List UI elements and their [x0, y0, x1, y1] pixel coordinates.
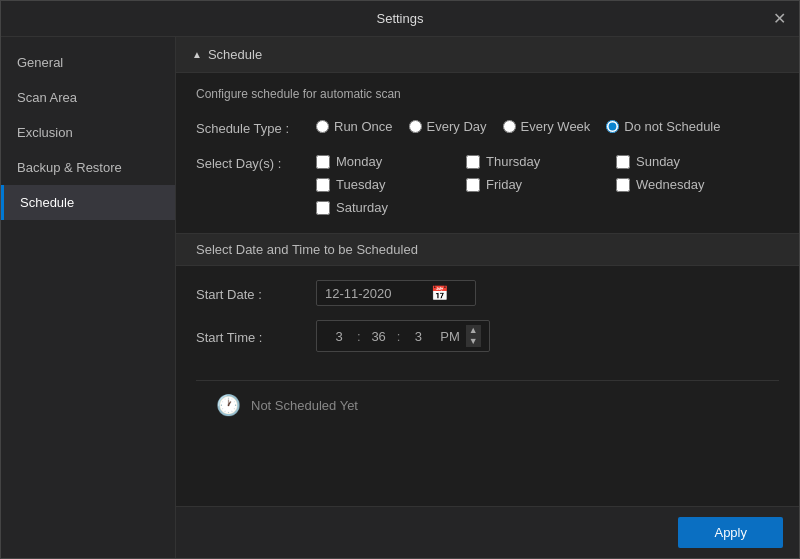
checkbox-thursday[interactable] [466, 155, 480, 169]
dialog-title: Settings [377, 11, 424, 26]
status-text: Not Scheduled Yet [251, 398, 358, 413]
day-sunday[interactable]: Sunday [616, 154, 756, 169]
radio-every-day[interactable]: Every Day [409, 119, 487, 134]
sidebar: GeneralScan AreaExclusionBackup & Restor… [1, 37, 176, 558]
label-wednesday: Wednesday [636, 177, 704, 192]
label-saturday: Saturday [336, 200, 388, 215]
radio-every-day-label: Every Day [427, 119, 487, 134]
start-date-label: Start Date : [196, 285, 306, 302]
schedule-type-options: Run Once Every Day Every Week Do no [316, 119, 720, 134]
label-tuesday: Tuesday [336, 177, 385, 192]
label-friday: Friday [486, 177, 522, 192]
checkbox-tuesday[interactable] [316, 178, 330, 192]
collapse-arrow[interactable]: ▲ [192, 49, 202, 60]
radio-every-week-label: Every Week [521, 119, 591, 134]
datetime-section-header: Select Date and Time to be Scheduled [176, 233, 799, 266]
radio-every-week[interactable]: Every Week [503, 119, 591, 134]
checkbox-saturday[interactable] [316, 201, 330, 215]
label-monday: Monday [336, 154, 382, 169]
time-sep-1: : [357, 329, 361, 344]
day-thursday[interactable]: Thursday [466, 154, 606, 169]
time-second-input[interactable] [404, 329, 432, 344]
time-up-button[interactable]: ▲ [466, 325, 481, 336]
radio-run-once[interactable]: Run Once [316, 119, 393, 134]
sidebar-item-backup-restore[interactable]: Backup & Restore [1, 150, 175, 185]
select-days-label: Select Day(s) : [196, 154, 306, 171]
days-grid: Monday Thursday Sunday Tuesday [316, 154, 756, 215]
status-bar: 🕐 Not Scheduled Yet [196, 380, 779, 429]
time-hour-input[interactable] [325, 329, 353, 344]
day-saturday[interactable]: Saturday [316, 200, 456, 215]
radio-do-not-schedule[interactable]: Do not Schedule [606, 119, 720, 134]
label-sunday: Sunday [636, 154, 680, 169]
sidebar-item-schedule[interactable]: Schedule [1, 185, 175, 220]
close-button[interactable]: ✕ [769, 9, 789, 29]
radio-run-once-label: Run Once [334, 119, 393, 134]
start-date-row: Start Date : 📅 [196, 280, 779, 306]
settings-dialog: Settings ✕ GeneralScan AreaExclusionBack… [0, 0, 800, 559]
select-days-row: Select Day(s) : Monday Thursday Sunda [196, 154, 779, 215]
start-date-input-wrapper: 📅 [316, 280, 476, 306]
section-description: Configure schedule for automatic scan [196, 87, 779, 101]
calendar-icon: 📅 [431, 285, 448, 301]
content-area: Configure schedule for automatic scan Sc… [176, 73, 799, 506]
checkbox-sunday[interactable] [616, 155, 630, 169]
sidebar-item-scan-area[interactable]: Scan Area [1, 80, 175, 115]
start-time-row: Start Time : : : PM ▲ ▼ [196, 320, 779, 352]
label-thursday: Thursday [486, 154, 540, 169]
section-title: Schedule [208, 47, 262, 62]
day-tuesday[interactable]: Tuesday [316, 177, 456, 192]
dialog-body: GeneralScan AreaExclusionBackup & Restor… [1, 37, 799, 558]
checkbox-friday[interactable] [466, 178, 480, 192]
day-wednesday[interactable]: Wednesday [616, 177, 756, 192]
sidebar-item-general[interactable]: General [1, 45, 175, 80]
radio-every-week-input[interactable] [503, 120, 516, 133]
checkbox-wednesday[interactable] [616, 178, 630, 192]
schedule-type-row: Schedule Type : Run Once Every Day Ev [196, 119, 779, 136]
schedule-status-icon: 🕐 [216, 393, 241, 417]
day-friday[interactable]: Friday [466, 177, 606, 192]
apply-button[interactable]: Apply [678, 517, 783, 548]
time-ampm: PM [440, 329, 460, 344]
schedule-type-label: Schedule Type : [196, 119, 306, 136]
section-header: ▲ Schedule [176, 37, 799, 73]
radio-do-not-schedule-input[interactable] [606, 120, 619, 133]
time-sep-2: : [397, 329, 401, 344]
datetime-area: Start Date : 📅 Start Time : : [196, 266, 779, 380]
radio-every-day-input[interactable] [409, 120, 422, 133]
start-date-input[interactable] [325, 286, 425, 301]
sidebar-item-exclusion[interactable]: Exclusion [1, 115, 175, 150]
checkbox-monday[interactable] [316, 155, 330, 169]
time-spinner: ▲ ▼ [466, 325, 481, 347]
time-down-button[interactable]: ▼ [466, 336, 481, 347]
footer: Apply [176, 506, 799, 558]
day-monday[interactable]: Monday [316, 154, 456, 169]
title-bar: Settings ✕ [1, 1, 799, 37]
radio-do-not-schedule-label: Do not Schedule [624, 119, 720, 134]
main-content: ▲ Schedule Configure schedule for automa… [176, 37, 799, 558]
start-time-input-wrapper: : : PM ▲ ▼ [316, 320, 490, 352]
radio-run-once-input[interactable] [316, 120, 329, 133]
start-time-label: Start Time : [196, 328, 306, 345]
time-minute-input[interactable] [365, 329, 393, 344]
